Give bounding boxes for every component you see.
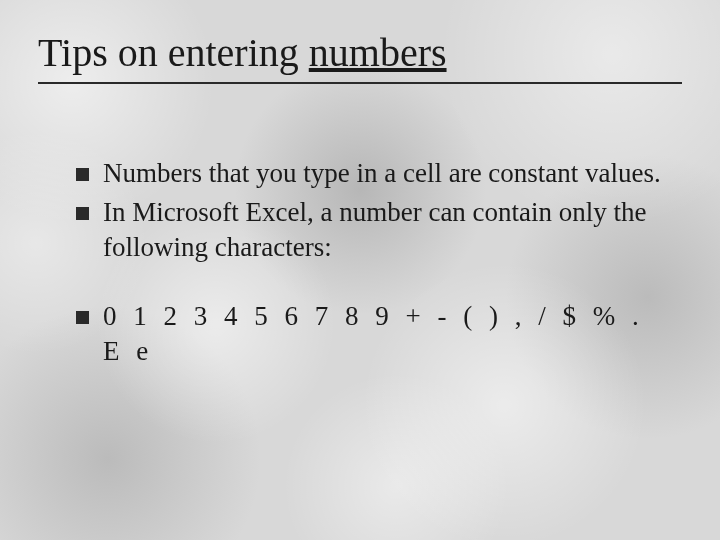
bullet-text: In Microsoft Excel, a number can contain… <box>103 195 670 265</box>
char-list-line1: 0 1 2 3 4 5 6 7 8 9 + - ( ) , / $ % . <box>103 301 641 331</box>
bullet-item: 0 1 2 3 4 5 6 7 8 9 + - ( ) , / $ % . E … <box>76 299 670 369</box>
bullet-text: 0 1 2 3 4 5 6 7 8 9 + - ( ) , / $ % . E … <box>103 299 670 369</box>
char-list-line2: E e <box>103 336 150 366</box>
slide-content: Numbers that you type in a cell are cons… <box>38 156 682 369</box>
square-bullet-icon <box>76 311 89 324</box>
bullet-item: In Microsoft Excel, a number can contain… <box>76 195 670 265</box>
bullet-item: Numbers that you type in a cell are cons… <box>76 156 670 191</box>
square-bullet-icon <box>76 207 89 220</box>
slide-title: Tips on entering numbers <box>38 30 682 76</box>
title-prefix: Tips on entering <box>38 30 309 75</box>
square-bullet-icon <box>76 168 89 181</box>
title-rule <box>38 82 682 84</box>
bullet-text: Numbers that you type in a cell are cons… <box>103 156 670 191</box>
title-underlined: numbers <box>309 30 447 75</box>
